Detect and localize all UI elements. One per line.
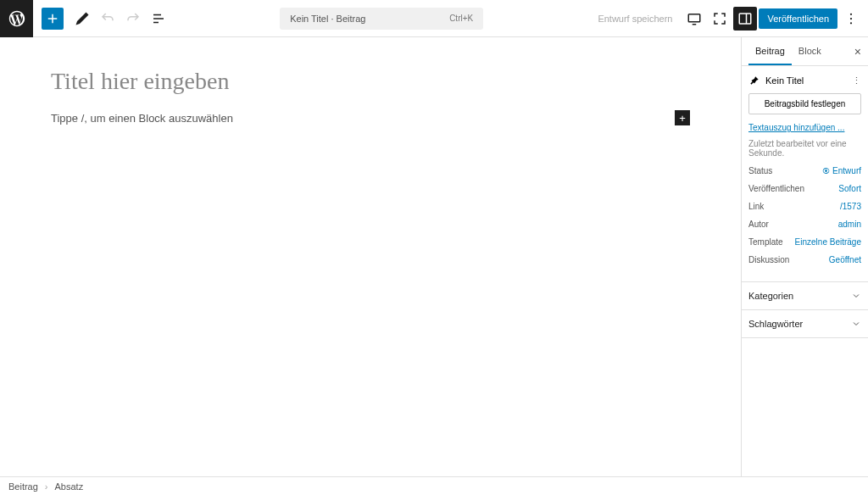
fullscreen-button[interactable] <box>708 7 732 31</box>
command-shortcut: Ctrl+K <box>449 14 473 23</box>
accordion-categories-label: Kategorien <box>748 291 793 301</box>
row-link: Link /1573 <box>748 202 861 211</box>
chevron-down-icon <box>851 319 861 329</box>
svg-point-8 <box>850 13 852 14</box>
author-value[interactable]: admin <box>838 220 861 229</box>
row-author: Autor admin <box>748 220 861 229</box>
svg-rect-1 <box>48 18 58 19</box>
editor-body: Tippe /, um einen Block auszuwählen + Be… <box>0 37 868 476</box>
more-options-button[interactable] <box>839 7 863 31</box>
summary-more-button[interactable]: ⋮ <box>852 75 861 86</box>
editor-canvas[interactable]: Tippe /, um einen Block auszuwählen + <box>0 37 741 476</box>
svg-rect-2 <box>153 14 161 15</box>
chevron-down-icon <box>851 291 861 301</box>
last-edited-text: Zuletzt bearbeitet vor eine Sekunde. <box>748 139 861 158</box>
discussion-label: Diskussion <box>748 255 789 264</box>
author-label: Autor <box>748 220 769 229</box>
post-title-input[interactable] <box>51 64 690 103</box>
publish-label: Veröffentlichen <box>748 184 804 193</box>
wordpress-icon <box>8 9 26 28</box>
toolbar-right: Entwurf speichern Veröffentlichen <box>589 7 868 31</box>
row-publish: Veröffentlichen Sofort <box>748 184 861 193</box>
svg-rect-5 <box>689 14 701 21</box>
document-overview-button[interactable] <box>147 7 170 31</box>
paragraph-block[interactable]: Tippe /, um einen Block auszuwählen + <box>51 110 690 125</box>
link-label: Link <box>748 202 764 211</box>
tab-block[interactable]: Block <box>792 37 828 65</box>
summary-panel: Kein Titel ⋮ Beitragsbild festlegen Text… <box>742 66 868 281</box>
settings-sidebar: Beitrag Block × Kein Titel ⋮ Beitragsbil… <box>741 37 868 476</box>
breadcrumb-root[interactable]: Beitrag <box>8 481 38 492</box>
toolbar-left <box>33 7 174 31</box>
breadcrumb-current[interactable]: Absatz <box>55 481 84 492</box>
settings-sidebar-toggle[interactable] <box>733 7 757 31</box>
add-block-button[interactable] <box>42 8 64 30</box>
summary-header: Kein Titel ⋮ <box>748 75 861 86</box>
wp-logo[interactable] <box>0 0 33 37</box>
undo-button[interactable] <box>96 7 120 31</box>
row-discussion: Diskussion Geöffnet <box>748 255 861 264</box>
paragraph-placeholder: Tippe /, um einen Block auszuwählen <box>51 112 233 125</box>
svg-point-9 <box>850 17 852 19</box>
redo-button[interactable] <box>121 7 145 31</box>
accordion-tags-label: Schlagwörter <box>748 319 803 329</box>
sidebar-tabs: Beitrag Block × <box>742 37 868 66</box>
template-label: Template <box>748 237 783 247</box>
tools-button[interactable] <box>70 7 94 31</box>
svg-rect-3 <box>153 18 164 19</box>
link-value[interactable]: /1573 <box>840 202 861 211</box>
view-desktop-button[interactable] <box>682 7 706 31</box>
set-featured-image-button[interactable]: Beitragsbild festlegen <box>748 93 861 114</box>
block-breadcrumb: Beitrag › Absatz <box>0 476 868 495</box>
document-title-text: Kein Titel · Beitrag <box>290 14 365 24</box>
discussion-value[interactable]: Geöffnet <box>829 255 861 264</box>
row-status: Status Entwurf <box>748 166 861 175</box>
publish-value[interactable]: Sofort <box>838 184 861 193</box>
svg-point-10 <box>850 22 852 24</box>
save-draft-button[interactable]: Entwurf speichern <box>589 14 681 24</box>
document-title-bar[interactable]: Kein Titel · Beitrag Ctrl+K <box>280 8 483 30</box>
accordion-tags[interactable]: Schlagwörter <box>742 309 868 338</box>
tab-post[interactable]: Beitrag <box>748 37 792 65</box>
add-excerpt-link[interactable]: Textauszug hinzufügen ... <box>748 123 861 132</box>
svg-rect-4 <box>153 21 159 23</box>
top-toolbar: Kein Titel · Beitrag Ctrl+K Entwurf spei… <box>0 0 868 37</box>
pin-icon <box>748 75 760 86</box>
svg-rect-6 <box>740 14 752 24</box>
template-value[interactable]: Einzelne Beiträge <box>795 237 861 247</box>
document-title-wrap: Kein Titel · Beitrag Ctrl+K <box>174 8 589 30</box>
status-value[interactable]: Entwurf <box>822 166 861 175</box>
inline-add-block-button[interactable]: + <box>675 110 690 125</box>
row-template: Template Einzelne Beiträge <box>748 237 861 247</box>
close-sidebar-button[interactable]: × <box>854 45 861 58</box>
status-label: Status <box>748 166 772 175</box>
accordion-categories[interactable]: Kategorien <box>742 281 868 309</box>
summary-title: Kein Titel <box>765 75 804 86</box>
publish-button[interactable]: Veröffentlichen <box>759 8 837 29</box>
breadcrumb-separator: › <box>45 481 48 492</box>
